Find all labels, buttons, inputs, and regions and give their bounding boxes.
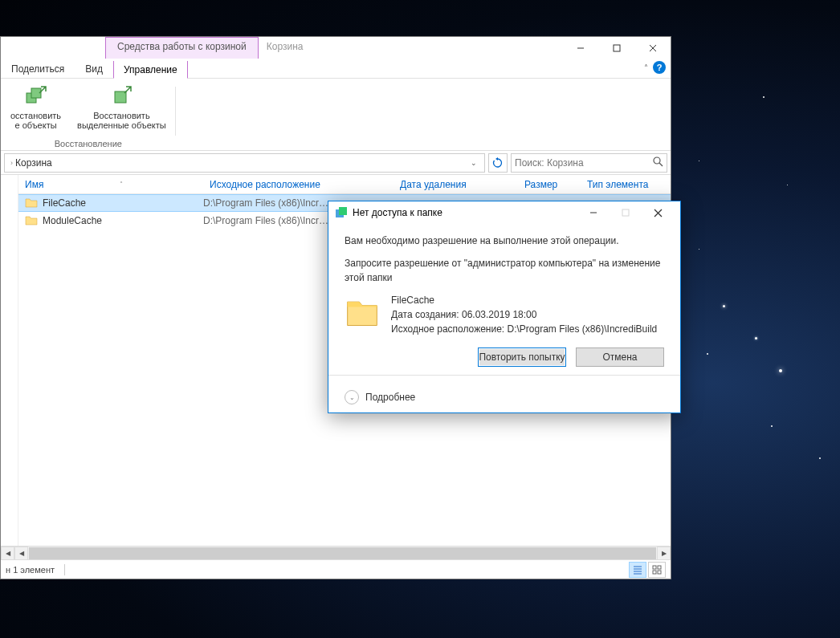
- dialog-title: Нет доступа к папке: [353, 207, 577, 218]
- column-deleted[interactable]: Дата удаления: [393, 175, 518, 193]
- horizontal-scrollbar[interactable]: ◀ ◀ ▶: [1, 546, 671, 559]
- search-box[interactable]: Поиск: Корзина: [511, 153, 667, 173]
- dialog-title-bar: Нет доступа к папке: [328, 201, 680, 224]
- scroll-right-button[interactable]: ▶: [657, 547, 671, 560]
- dialog-minimize-button[interactable]: [577, 201, 610, 224]
- nav-pane-edge: [1, 175, 18, 546]
- window-title: Корзина: [259, 37, 562, 59]
- refresh-button[interactable]: [488, 153, 508, 173]
- dialog-source-location: Исходное расположение: D:\Program Files …: [391, 322, 657, 336]
- scroll-left-button[interactable]: ◀: [1, 547, 14, 560]
- svg-rect-1: [614, 45, 620, 51]
- dialog-message-1: Вам необходимо разрешение на выполнение …: [345, 234, 664, 248]
- sort-arrow-icon: ˄: [120, 181, 123, 188]
- svg-rect-6: [115, 91, 126, 103]
- close-button[interactable]: [634, 37, 671, 59]
- dialog-app-icon: [335, 206, 348, 219]
- dialog-maximize-button[interactable]: [610, 201, 642, 224]
- restore-selected-label: Восстановить выделенные объекты: [77, 111, 166, 130]
- folder-icon: [25, 214, 38, 227]
- address-bar[interactable]: › Корзина ⌄: [4, 153, 485, 173]
- minimize-button[interactable]: [562, 37, 598, 59]
- svg-rect-16: [658, 571, 661, 574]
- column-source[interactable]: Исходное расположение: [203, 175, 393, 193]
- folder-icon: [25, 197, 38, 209]
- column-size[interactable]: Размер: [518, 175, 581, 193]
- svg-rect-13: [653, 566, 656, 569]
- contextual-tab-recycle-tools: Средства работы с корзиной: [105, 37, 259, 59]
- icons-view-button[interactable]: [648, 562, 666, 578]
- details-view-button[interactable]: [629, 562, 646, 578]
- folder-large-icon: [345, 295, 380, 330]
- help-icon[interactable]: ?: [653, 61, 666, 74]
- dialog-close-button[interactable]: [642, 201, 674, 224]
- column-headers: Имя˄ Исходное расположение Дата удаления…: [18, 175, 671, 194]
- ribbon: осстановить е объекты Восстановить выдел…: [1, 79, 671, 151]
- address-location: Корзина: [15, 157, 52, 169]
- more-details-toggle[interactable]: ⌄ Подробнее: [328, 382, 680, 412]
- ribbon-tabs: Поделиться Вид Управление ˄ ?: [1, 59, 671, 79]
- access-denied-dialog: Нет доступа к папке Вам необходимо разре…: [328, 201, 681, 413]
- column-type[interactable]: Тип элемента: [581, 175, 671, 193]
- dialog-message-2: Запросите разрешение от "администратор к…: [345, 256, 664, 285]
- retry-button[interactable]: Повторить попытку: [478, 347, 566, 367]
- address-dropdown-icon[interactable]: ⌄: [467, 159, 481, 167]
- status-item-count: н 1 элемент: [6, 565, 55, 575]
- status-bar: н 1 элемент: [1, 559, 671, 579]
- svg-rect-15: [653, 571, 656, 574]
- tab-view[interactable]: Вид: [75, 59, 113, 78]
- svg-rect-20: [622, 209, 629, 216]
- cancel-button[interactable]: Отмена: [576, 347, 664, 367]
- restore-all-button[interactable]: осстановить е объекты: [7, 82, 64, 139]
- svg-rect-14: [658, 566, 661, 569]
- column-name[interactable]: Имя˄: [18, 175, 203, 193]
- svg-point-7: [654, 157, 660, 164]
- svg-line-8: [659, 163, 663, 166]
- tab-share[interactable]: Поделиться: [1, 59, 75, 78]
- chevron-down-icon: ⌄: [345, 390, 359, 404]
- collapse-ribbon-icon[interactable]: ˄: [644, 63, 648, 72]
- ribbon-group-label: Восстановление: [55, 139, 122, 150]
- search-placeholder: Поиск: Корзина: [515, 157, 584, 169]
- address-bar-row: › Корзина ⌄ Поиск: Корзина: [1, 151, 671, 175]
- svg-rect-18: [339, 207, 347, 215]
- scroll-thumb[interactable]: [29, 547, 656, 559]
- dialog-date-created: Дата создания: 06.03.2019 18:00: [391, 307, 657, 322]
- title-bar: Средства работы с корзиной Корзина: [1, 37, 671, 59]
- restore-selected-button[interactable]: Восстановить выделенные объекты: [74, 82, 169, 139]
- maximize-button[interactable]: [598, 37, 634, 59]
- search-icon: [653, 156, 663, 169]
- tab-manage[interactable]: Управление: [113, 61, 188, 79]
- scroll-left-button-2[interactable]: ◀: [14, 547, 28, 560]
- restore-all-label: осстановить е объекты: [10, 111, 61, 130]
- item-name: FileCache: [43, 197, 86, 209]
- more-details-label: Подробнее: [365, 392, 415, 403]
- item-name: ModuleCache: [43, 215, 102, 226]
- dialog-folder-name: FileCache: [391, 293, 657, 307]
